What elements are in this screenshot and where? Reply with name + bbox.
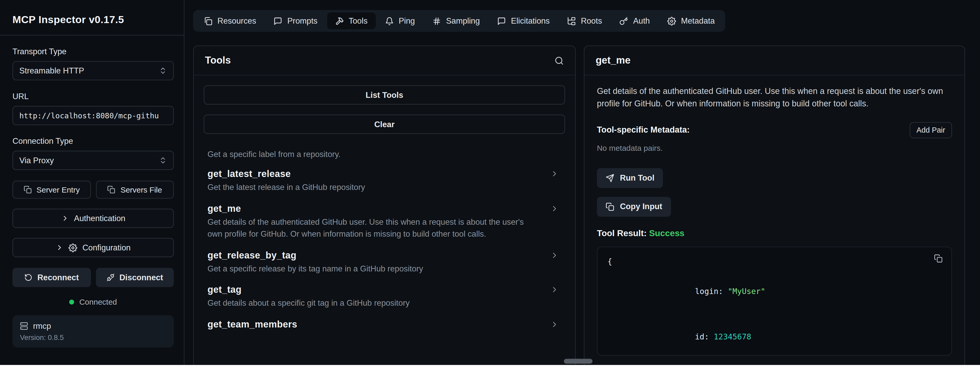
tab-tools[interactable]: Tools xyxy=(327,13,375,29)
hammer-icon xyxy=(335,17,344,25)
list-tools-button[interactable]: List Tools xyxy=(204,85,565,105)
copy-icon xyxy=(23,186,32,194)
tool-list-item[interactable]: get_latest_release Get the latest releas… xyxy=(204,159,565,194)
tab-metadata[interactable]: Metadata xyxy=(659,13,723,29)
reconnect-button[interactable]: Reconnect xyxy=(13,268,91,287)
tool-name: get_release_by_tag xyxy=(207,250,540,260)
tab-label: Auth xyxy=(633,16,650,25)
tool-detail-description: Get details of the authenticated GitHub … xyxy=(597,85,952,111)
copy-input-label: Copy Input xyxy=(620,202,662,211)
tab-label: Ping xyxy=(399,16,415,25)
tool-description: Get details of the authenticated GitHub … xyxy=(207,217,535,240)
chevron-right-icon xyxy=(550,251,559,259)
mcp-inspector-app: MCP Inspector v0.17.5 Transport Type Str… xyxy=(0,0,980,369)
clear-button[interactable]: Clear xyxy=(204,115,565,134)
configuration-toggle[interactable]: Configuration xyxy=(13,238,174,257)
server-name: rmcp xyxy=(33,321,51,331)
top-nav-tabs: Resources Prompts Tools xyxy=(193,10,725,32)
tab-roots[interactable]: Roots xyxy=(559,13,610,29)
server-entry-button[interactable]: Server Entry xyxy=(13,181,91,199)
run-tool-label: Run Tool xyxy=(620,173,654,183)
send-icon xyxy=(606,173,614,182)
code-line: { xyxy=(608,254,941,269)
json-string-value: "MyUser" xyxy=(728,287,765,296)
tool-partial-description: Get a specific label from a repository. xyxy=(204,144,565,159)
files-icon xyxy=(204,17,213,25)
server-version: Version: 0.8.5 xyxy=(20,334,166,341)
tab-label: Resources xyxy=(218,16,256,25)
tab-ping[interactable]: Ping xyxy=(377,13,423,29)
connection-status: Connected xyxy=(13,297,174,307)
chevron-right-icon xyxy=(61,214,69,223)
tab-prompts[interactable]: Prompts xyxy=(266,13,326,29)
server-info-card: rmcp Version: 0.8.5 xyxy=(13,315,174,347)
rotate-ccw-icon xyxy=(24,274,32,282)
tab-auth[interactable]: Auth xyxy=(611,13,658,29)
code-line: id: 12345678 xyxy=(608,315,941,360)
tab-label: Tools xyxy=(348,16,368,25)
tool-result-label: Tool Result: xyxy=(597,227,647,237)
horizontal-scrollbar-track[interactable] xyxy=(0,365,980,369)
sidebar-divider xyxy=(0,35,184,35)
metadata-empty-text: No metadata pairs. xyxy=(597,143,952,152)
servers-file-button[interactable]: Servers File xyxy=(95,181,174,199)
tool-name: get_team_members xyxy=(207,319,540,329)
chevrons-up-down-icon xyxy=(159,156,167,164)
chevron-right-icon xyxy=(550,285,559,294)
tool-list-item[interactable]: get_team_members xyxy=(204,310,565,329)
url-value: http://localhost:8080/mcp-githu xyxy=(19,111,159,120)
metadata-label: Tool-specific Metadata: xyxy=(597,125,690,134)
disconnect-button[interactable]: Disconnect xyxy=(95,268,174,287)
tab-resources[interactable]: Resources xyxy=(196,13,264,29)
tool-name: get_me xyxy=(207,203,540,213)
status-dot-icon xyxy=(69,299,74,304)
transport-type-value: Streamable HTTP xyxy=(19,66,84,75)
tool-detail-panel: get_me Get details of the authenticated … xyxy=(584,45,965,369)
unplug-icon xyxy=(107,274,115,282)
tool-result-row: Tool Result: Success xyxy=(597,227,952,237)
authentication-toggle[interactable]: Authentication xyxy=(13,208,174,228)
chevron-right-icon xyxy=(550,204,559,213)
json-number-value: 12345678 xyxy=(714,332,751,342)
tab-label: Elicitations xyxy=(511,16,550,25)
chevron-right-icon xyxy=(550,320,559,329)
disconnect-label: Disconnect xyxy=(119,273,163,282)
reconnect-label: Reconnect xyxy=(37,273,79,282)
configuration-label: Configuration xyxy=(83,243,131,252)
chevron-right-icon xyxy=(550,169,559,178)
transport-type-select[interactable]: Streamable HTTP xyxy=(13,61,174,80)
copy-input-button[interactable]: Copy Input xyxy=(597,196,671,216)
code-line: login: "MyUser" xyxy=(608,269,941,315)
main-area: Resources Prompts Tools xyxy=(184,0,980,369)
tool-list-item[interactable]: get_tag Get details about a specific git… xyxy=(204,275,565,310)
transport-type-label: Transport Type xyxy=(13,47,174,56)
tab-label: Sampling xyxy=(446,16,480,25)
tool-name: get_latest_release xyxy=(207,168,540,179)
connection-type-label: Connection Type xyxy=(13,137,174,146)
tools-list-panel: Tools List Tools Clear Get a specific la… xyxy=(193,45,576,369)
code-line: profile_url: "https://github.com/MyUser" xyxy=(608,360,941,365)
url-input[interactable]: http://localhost:8080/mcp-githu xyxy=(13,106,174,125)
tool-name: get_tag xyxy=(207,284,540,295)
copy-icon[interactable] xyxy=(934,254,943,262)
sidebar: MCP Inspector v0.17.5 Transport Type Str… xyxy=(0,0,184,369)
search-icon[interactable] xyxy=(555,56,564,65)
tab-sampling[interactable]: Sampling xyxy=(424,13,488,29)
chevron-right-icon xyxy=(56,243,64,251)
tool-list-item[interactable]: get_release_by_tag Get a specific releas… xyxy=(204,240,565,275)
authentication-label: Authentication xyxy=(74,213,126,223)
tool-list-item[interactable]: get_me Get details of the authenticated … xyxy=(204,194,565,240)
horizontal-scrollbar-thumb[interactable] xyxy=(564,359,592,364)
tab-label: Metadata xyxy=(681,16,715,25)
tool-result-status: Success xyxy=(649,227,684,237)
add-pair-button[interactable]: Add Pair xyxy=(910,122,952,138)
gear-icon xyxy=(69,243,78,252)
folder-tree-icon xyxy=(567,17,576,25)
connection-type-select[interactable]: Via Proxy xyxy=(13,151,174,170)
detail-panel-title: get_me xyxy=(595,55,630,66)
hash-icon xyxy=(432,17,441,25)
message-square-icon xyxy=(274,17,282,25)
run-tool-button[interactable]: Run Tool xyxy=(597,168,663,188)
copy-icon xyxy=(108,186,116,194)
tab-elicitations[interactable]: Elicitations xyxy=(489,13,558,29)
